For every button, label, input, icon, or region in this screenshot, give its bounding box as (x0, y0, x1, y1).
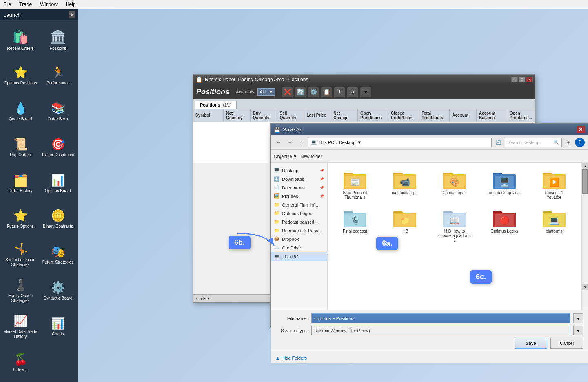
nav-item-optimus-logos[interactable]: 📁 Optimus Logos (271, 209, 327, 218)
scroll-down-button[interactable]: ▼ (582, 284, 588, 290)
file-hib-how-to[interactable]: 📖 HIB How to choose a platform 1 (432, 206, 477, 244)
sidebar-item-drip-orders[interactable]: 📜 Drip Orders (2, 129, 39, 165)
nav-item-general-firm-info[interactable]: 📁 General Firm Inf... (271, 200, 327, 209)
sidebar-item-order-history[interactable]: 🗂️ Order History (2, 165, 39, 201)
search-bar[interactable]: Search Desktop 🔍 (505, 138, 562, 147)
nav-item-desktop[interactable]: 🖥️ Desktop 📌 (271, 166, 327, 175)
file-optimus-logos[interactable]: 🔴 Optimus Logos (482, 206, 527, 244)
nav-item-dropbox[interactable]: 📦 Dropbox (271, 235, 327, 243)
menu-trade[interactable]: Trade (18, 1, 33, 8)
nav-refresh-button[interactable]: 🔄 (493, 138, 503, 147)
market-data-label: Market Data Trade History (3, 329, 38, 339)
file-final-podcast[interactable]: 🎙️ Final podcast (333, 206, 377, 244)
nav-up-button[interactable]: ↑ (297, 138, 306, 147)
sidebar-item-synthetic-option-strategies[interactable]: 🤸 Synthetic Option Strategies (2, 237, 39, 273)
nav-item-this-pc[interactable]: 💻 This PC (271, 252, 327, 261)
nav-item-podcast-transcripts[interactable]: 📁 Podcast transcri... (271, 218, 327, 226)
toolbar-btn-3[interactable]: ⚙️ (308, 87, 319, 97)
toolbar-btn-4[interactable]: 📋 (321, 87, 332, 97)
general-firm-icon: 📁 (274, 202, 280, 207)
dialog-scrollbar[interactable]: ▲ ▼ (581, 163, 588, 310)
breadcrumb-dropdown-icon[interactable]: ▼ (357, 140, 362, 145)
toolbar-btn-dropdown[interactable]: ▼ (360, 87, 371, 97)
dialog-body: 🖥️ Desktop 📌 ⬇️ Downloads 📌 📄 Documents … (271, 163, 588, 310)
nav-forward-button[interactable]: → (285, 138, 295, 147)
dropbox-icon: 📦 (274, 236, 280, 242)
username-pass-icon: 📁 (274, 228, 280, 233)
filetype-dropdown-button[interactable]: ▼ (573, 326, 583, 335)
sidebar-item-quote-board[interactable]: 💧 Quote Board (2, 94, 39, 130)
toolbar-btn-1[interactable]: ❌ (282, 87, 293, 97)
toolbar-btn-5[interactable]: T (334, 87, 345, 97)
cancel-button[interactable]: Cancel (550, 338, 583, 349)
tab-positions[interactable]: Positions (1/1) (195, 101, 237, 109)
file-blog-podcast[interactable]: 📰 Blog Podcast Thumbnails (333, 168, 377, 201)
nav-item-onedrive[interactable]: ☁️ OneDrive (271, 243, 327, 252)
sidebar-item-performance[interactable]: 🏃 Performance (39, 58, 77, 94)
sidebar-item-options-board[interactable]: 📊 Options Board (39, 165, 77, 201)
sidebar-item-optimus-positions[interactable]: ⭐ Optimus Positions (2, 58, 39, 94)
dialog-files: 📰 Blog Podcast Thumbnails 📹 (328, 163, 581, 310)
sidebar-item-trader-dashboard[interactable]: 🎯 Trader Dashboard (39, 129, 77, 165)
nav-item-pictures[interactable]: 🖼️ Pictures 📌 (271, 192, 327, 200)
dialog-close-button[interactable]: ✕ (577, 126, 585, 133)
nav-item-downloads[interactable]: ⬇️ Downloads 📌 (271, 175, 327, 183)
sidebar-item-future-strategies[interactable]: 🎭 Future Strategies (39, 237, 77, 273)
col-last-price: Last Price (304, 109, 331, 122)
optimus-positions-label: Optimus Positions (4, 81, 37, 86)
sidebar-item-binary-contracts[interactable]: 🪙 Binary Contracts (39, 201, 77, 237)
help-button[interactable]: ? (575, 138, 585, 147)
file-hib-howto-label: HIB How to choose a platform 1 (438, 229, 471, 242)
sidebar-item-recent-orders[interactable]: 🛍️ Recent Orders (2, 22, 39, 58)
sidebar-item-synthetic-board[interactable]: ⚙️ Synthetic Board (39, 273, 77, 309)
scroll-up-button[interactable]: ▲ (582, 163, 588, 169)
launch-panel: Launch ✕ 🛍️ Recent Orders 🏛️ Positions ⭐… (0, 9, 78, 382)
menu-file[interactable]: File (2, 1, 13, 8)
file-cqg-desktop[interactable]: 🖥️ cqg desktop vids (482, 168, 527, 201)
file-canva-logos[interactable]: 🎨 Canva Logos (432, 168, 477, 201)
save-button[interactable]: Save (515, 338, 547, 349)
equity-option-strategies-label: Equity Option Strategies (3, 293, 38, 303)
sidebar-item-future-options[interactable]: ⭐ Future Options (2, 201, 39, 237)
nav-item-documents[interactable]: 📄 Documents 📌 (271, 183, 327, 192)
breadcrumb-desktop: Desktop (339, 140, 355, 145)
toolbar-btn-6[interactable]: a (347, 87, 358, 97)
filename-dropdown-button[interactable]: ▼ (573, 313, 583, 323)
sidebar-item-market-data-trade-history[interactable]: 📈 Market Data Trade History (2, 309, 39, 344)
dialog-toolbar: ← → ↑ 💻 This PC › Desktop ▼ 🔄 Search Des… (271, 135, 588, 150)
breadcrumb[interactable]: 💻 This PC › Desktop ▼ (308, 138, 492, 147)
footer-buttons: Save Cancel (275, 338, 583, 349)
menu-bar: File Trade Window Help (0, 0, 588, 9)
sidebar-item-indexes[interactable]: 🍒 Indexes (2, 344, 39, 380)
sidebar-item-equity-option-strategies[interactable]: ♟️ Equity Option Strategies (2, 273, 39, 309)
file-cqg-label: cqg desktop vids (489, 191, 520, 195)
toolbar-btn-2[interactable]: 🔄 (295, 87, 306, 97)
menu-window[interactable]: Window (38, 1, 59, 8)
hide-folders-row[interactable]: ▲ Hide Folders (271, 352, 588, 363)
minimize-button[interactable]: ─ (511, 77, 518, 82)
sidebar-item-order-book[interactable]: 📚 Order Book (39, 94, 77, 130)
filetype-input[interactable] (311, 326, 570, 335)
accounts-dropdown[interactable]: ALL ▼ (257, 88, 275, 96)
nav-item-username-pass[interactable]: 📁 Username & Pass... (271, 226, 327, 235)
sidebar-item-positions[interactable]: 🏛️ Positions (39, 22, 77, 58)
folder-optimus-logos-icon: 🔴 (493, 208, 516, 227)
maximize-button[interactable]: □ (519, 77, 525, 82)
file-episode1[interactable]: ▶️ Episode 1 Youtube (532, 168, 577, 201)
organize-button[interactable]: Organize ▼ (274, 154, 297, 159)
file-platforms[interactable]: 💻 platforms (532, 206, 577, 244)
sidebar-item-charts[interactable]: 📊 Charts (39, 309, 77, 344)
toolbar-icons: ❌ 🔄 ⚙️ 📋 T a ▼ (282, 87, 371, 97)
menu-help[interactable]: Help (64, 1, 78, 8)
col-account: Account (450, 109, 477, 122)
save-dialog-title: Save As (283, 127, 302, 133)
filename-input[interactable] (311, 313, 570, 323)
nav-back-button[interactable]: ← (274, 138, 284, 147)
new-folder-button[interactable]: New folder (301, 154, 322, 159)
podcast-transcripts-icon: 📁 (274, 219, 280, 224)
launch-close-button[interactable]: ✕ (69, 11, 75, 18)
view-options-button[interactable]: ⊞ (564, 138, 573, 147)
folder-final-podcast-icon: 🎙️ (344, 208, 366, 227)
file-camtasia-clips[interactable]: 📹 camtasia clips (382, 168, 427, 201)
close-button[interactable]: ✕ (526, 77, 533, 82)
